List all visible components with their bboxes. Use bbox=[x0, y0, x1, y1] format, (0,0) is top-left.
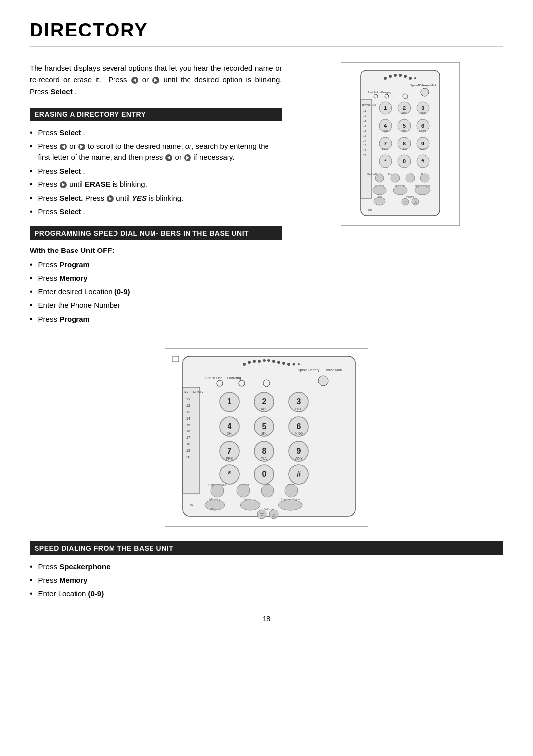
phone-illustration-large: Speed Battery Voice Mail Line In Use Cha… bbox=[170, 354, 363, 521]
svg-rect-16 bbox=[361, 100, 372, 198]
bold-memory: Memory bbox=[59, 576, 88, 584]
svg-text:*: * bbox=[384, 158, 387, 164]
item-text: Press or to scroll to the desired name; … bbox=[38, 141, 282, 163]
svg-point-1 bbox=[384, 77, 387, 80]
svg-text:7: 7 bbox=[384, 141, 387, 146]
svg-text:17: 17 bbox=[363, 139, 366, 142]
svg-text:6: 6 bbox=[297, 422, 301, 431]
svg-text:Line In Use: Line In Use bbox=[368, 91, 382, 94]
svg-text:GHI: GHI bbox=[382, 130, 388, 133]
svg-text:3: 3 bbox=[421, 105, 424, 111]
bold-erase: ERASE bbox=[85, 180, 111, 188]
programming-section-header: PROGRAMMING SPEED DIAL NUM- BERS IN THE … bbox=[30, 226, 282, 240]
svg-point-88 bbox=[263, 359, 266, 362]
page-number: 18 bbox=[30, 614, 503, 623]
or-italic: or bbox=[185, 142, 191, 150]
bold-program: Program bbox=[59, 260, 90, 269]
bold-select: Select bbox=[59, 207, 81, 216]
arrow-right-icon bbox=[78, 144, 85, 150]
svg-text:Volume: Volume bbox=[406, 195, 414, 198]
right-column: Speed Battery Voice Mail Line In Use Cha… bbox=[297, 62, 504, 333]
item-text: Press Program bbox=[38, 259, 90, 271]
svg-text:15: 15 bbox=[186, 423, 190, 427]
svg-text:DEF: DEF bbox=[295, 407, 302, 411]
svg-text:6: 6 bbox=[421, 123, 424, 129]
svg-point-2 bbox=[389, 75, 392, 78]
intro-select-bold: Select bbox=[51, 87, 73, 96]
svg-point-87 bbox=[258, 360, 261, 363]
svg-text:19: 19 bbox=[363, 149, 366, 152]
list-item: Press Program bbox=[30, 259, 282, 271]
erasing-section-header: ERASING A DIRECTORY ENTRY bbox=[30, 108, 282, 121]
svg-point-69 bbox=[373, 186, 386, 195]
bold-select: Select bbox=[59, 128, 81, 137]
svg-text:2: 2 bbox=[403, 105, 406, 111]
svg-text:5: 5 bbox=[403, 123, 406, 129]
svg-text:13: 13 bbox=[186, 410, 190, 414]
speed-dialing-section-header: SPEED DIALING FROM THE BASE UNIT bbox=[30, 541, 503, 555]
svg-text:▽: ▽ bbox=[260, 512, 264, 517]
svg-text:15: 15 bbox=[363, 129, 366, 132]
svg-point-94 bbox=[293, 363, 295, 366]
svg-point-93 bbox=[287, 363, 290, 366]
with-base-unit-off: With the Base Unit OFF: bbox=[30, 246, 282, 254]
bold-select: Select bbox=[59, 167, 81, 175]
svg-text:14: 14 bbox=[363, 124, 366, 127]
svg-text:Voice Mail: Voice Mail bbox=[422, 84, 436, 87]
svg-text:2: 2 bbox=[262, 397, 266, 406]
item-text: Enter the Phone Number bbox=[38, 300, 120, 311]
phone-illustration-top: Speed Battery Voice Mail Line In Use Cha… bbox=[346, 68, 455, 220]
speed-dialing-list: Press Speakerphone Press Memory Enter Lo… bbox=[30, 561, 503, 600]
svg-point-85 bbox=[248, 361, 251, 364]
item-text: Press Select . bbox=[38, 166, 85, 177]
svg-text:0: 0 bbox=[262, 470, 266, 478]
svg-point-67 bbox=[420, 174, 429, 182]
list-item: Enter Location (0-9) bbox=[30, 588, 503, 600]
arrow-right-icon bbox=[184, 154, 191, 161]
svg-point-7 bbox=[414, 77, 416, 79]
svg-point-95 bbox=[298, 363, 300, 365]
svg-text:Flash: Flash bbox=[211, 508, 219, 511]
svg-text:DEF: DEF bbox=[420, 112, 426, 115]
svg-text:Mic: Mic bbox=[190, 504, 194, 507]
svg-point-86 bbox=[253, 360, 256, 363]
svg-text:MNO: MNO bbox=[295, 432, 303, 435]
svg-point-75 bbox=[374, 197, 385, 205]
svg-text:12: 12 bbox=[363, 114, 366, 117]
svg-text:19: 19 bbox=[186, 449, 190, 452]
svg-text:1: 1 bbox=[384, 105, 387, 111]
bold-italic-yes: YES bbox=[132, 194, 147, 202]
svg-point-91 bbox=[277, 361, 280, 364]
svg-text:Voice Mail: Voice Mail bbox=[326, 368, 342, 372]
intro-select-dot: . bbox=[73, 87, 76, 96]
svg-text:7: 7 bbox=[228, 447, 232, 455]
svg-text:12: 12 bbox=[186, 404, 190, 407]
svg-point-90 bbox=[272, 360, 275, 363]
svg-point-6 bbox=[409, 77, 412, 80]
svg-text:20: 20 bbox=[186, 455, 190, 459]
svg-text:18: 18 bbox=[186, 442, 190, 446]
svg-rect-82 bbox=[173, 356, 179, 362]
bold-09: (0-9) bbox=[88, 589, 104, 598]
svg-point-161 bbox=[278, 500, 302, 510]
arrow-left-icon bbox=[165, 154, 172, 161]
arrow-left-icon bbox=[131, 77, 138, 84]
svg-text:8: 8 bbox=[262, 447, 266, 455]
svg-text:9: 9 bbox=[297, 447, 301, 455]
svg-point-4 bbox=[399, 74, 402, 77]
list-item: Press Memory bbox=[30, 273, 282, 284]
svg-text:JKL: JKL bbox=[261, 432, 267, 435]
svg-text:Charging: Charging bbox=[381, 91, 391, 94]
svg-text:ABC: ABC bbox=[401, 112, 408, 115]
list-item: Press Select . bbox=[30, 206, 282, 217]
list-item: Press Select. Press until YES is blinkin… bbox=[30, 193, 282, 204]
svg-text:RY DIALING: RY DIALING bbox=[362, 104, 376, 107]
svg-text:ABC: ABC bbox=[261, 407, 267, 411]
left-column: The handset displays several options tha… bbox=[30, 62, 282, 333]
svg-text:16: 16 bbox=[186, 430, 190, 433]
svg-text:Charging: Charging bbox=[227, 376, 241, 380]
svg-point-3 bbox=[394, 74, 397, 77]
svg-point-73 bbox=[415, 186, 430, 195]
erasing-list: Press Select . Press or to scroll to the… bbox=[30, 127, 282, 217]
item-text: Press Select. Press until YES is blinkin… bbox=[38, 193, 184, 204]
